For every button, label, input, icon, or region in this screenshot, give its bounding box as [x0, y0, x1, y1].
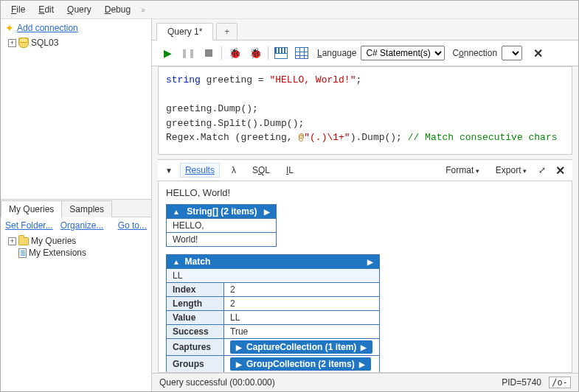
- tab-my-queries[interactable]: My Queries: [1, 200, 62, 217]
- menu-edit[interactable]: Edit: [32, 3, 60, 16]
- menu-debug[interactable]: Debug: [99, 3, 136, 16]
- add-connection-icon: ✦: [5, 22, 14, 34]
- set-folder-link[interactable]: Set Folder...: [5, 220, 53, 231]
- dump-header[interactable]: ▲ Match ▶: [167, 255, 380, 269]
- menubar: File Edit Query Debug »: [1, 1, 578, 19]
- nav-icon[interactable]: ▶: [367, 258, 373, 266]
- results-tab-sql[interactable]: SQL: [248, 164, 274, 177]
- dump-match: ▲ Match ▶ LL Index2 Length2 ValueLL Succ…: [166, 254, 380, 373]
- table-row: Groups ▶ GroupCollection (2 items) ▶: [167, 356, 380, 373]
- close-icon: ✕: [533, 46, 543, 60]
- connection-tree-row[interactable]: + SQL03: [5, 37, 147, 49]
- debug-button[interactable]: 🐞: [226, 45, 243, 61]
- table-row: HELLO,: [167, 219, 277, 233]
- nav-icon[interactable]: ▶: [359, 360, 365, 368]
- tree-label: My Queries: [31, 236, 76, 246]
- tree-my-extensions[interactable]: My Extensions: [5, 247, 147, 259]
- collapse-results-icon[interactable]: ▼: [165, 167, 173, 175]
- close-results-button[interactable]: ✕: [555, 164, 565, 178]
- collapse-icon[interactable]: ▲: [173, 258, 180, 266]
- menu-file[interactable]: File: [5, 3, 31, 16]
- connection-select[interactable]: [502, 46, 522, 60]
- collapse-icon[interactable]: ▲: [173, 208, 180, 216]
- fullscreen-icon[interactable]: ⤢: [538, 165, 545, 175]
- group-collection-chip[interactable]: ▶ GroupCollection (2 items) ▶: [230, 357, 371, 371]
- database-icon: [18, 38, 29, 48]
- table-row: Captures ▶ CaptureCollection (1 item) ▶: [167, 339, 380, 356]
- connections-panel: ✦ Add connection + SQL03: [1, 19, 151, 200]
- expand-icon[interactable]: +: [8, 39, 16, 47]
- goto-link[interactable]: Go to...: [118, 220, 147, 231]
- dump-string-array: ▲ String[] (2 items) ▶ HELLO, World!: [166, 204, 277, 247]
- table-row: Index2: [167, 283, 380, 297]
- capture-collection-chip[interactable]: ▶ CaptureCollection (1 item) ▶: [230, 340, 372, 354]
- results-tabstrip: ▼ Results λ SQL IL Format Export ⤢ ✕: [158, 159, 572, 181]
- tree-my-queries[interactable]: + My Queries: [5, 235, 147, 247]
- query-tab-1[interactable]: Query 1*: [156, 23, 213, 41]
- dump-header[interactable]: ▲ String[] (2 items) ▶: [167, 205, 277, 219]
- new-query-tab[interactable]: +: [216, 23, 238, 41]
- expand-icon[interactable]: +: [8, 237, 16, 245]
- stop-button: [201, 45, 217, 61]
- tree-label: My Extensions: [29, 248, 86, 258]
- split-view-icon: [274, 47, 288, 59]
- pause-button: ❚❚: [180, 45, 196, 61]
- bug-step-icon: 🐞: [249, 47, 262, 59]
- left-sidebar: ✦ Add connection + SQL03 My Queries Samp…: [1, 19, 152, 391]
- right-pane: Query 1* + ▶ ❚❚ 🐞 🐞 Language C# Statemen…: [152, 19, 578, 391]
- organize-link[interactable]: Organize...: [60, 220, 104, 231]
- language-select[interactable]: C# Statement(s): [361, 46, 445, 60]
- dump-text: HELLO, World!: [166, 187, 564, 198]
- myqueries-tabstrip: My Queries Samples: [1, 200, 151, 217]
- status-pid: PID=5740: [502, 377, 541, 388]
- run-button[interactable]: ▶: [159, 45, 176, 61]
- myqueries-body: Set Folder... Organize... Go to... + My …: [1, 217, 151, 391]
- status-message: Query successful (00:00.000): [159, 377, 275, 388]
- view-split-button[interactable]: [273, 45, 289, 61]
- bug-icon: 🐞: [229, 47, 241, 59]
- table-row: ValueLL: [167, 311, 380, 325]
- connection-label: Connection: [452, 48, 497, 58]
- menu-overflow-icon[interactable]: »: [141, 6, 145, 14]
- connection-name: SQL03: [31, 38, 58, 48]
- results-panel: HELLO, World! ▲ String[] (2 items) ▶ HEL…: [158, 181, 572, 373]
- results-tab-results[interactable]: Results: [180, 163, 220, 178]
- status-optimize[interactable]: /o-: [549, 377, 571, 388]
- format-dropdown[interactable]: Format: [441, 164, 484, 177]
- add-connection-link[interactable]: Add connection: [17, 23, 78, 33]
- language-label: Language: [317, 48, 356, 58]
- grid-view-icon: [295, 47, 308, 59]
- expand-icon[interactable]: ▶: [236, 343, 242, 351]
- close-query-button[interactable]: ✕: [530, 45, 546, 61]
- table-row: Length2: [167, 297, 380, 311]
- tab-samples[interactable]: Samples: [61, 200, 112, 217]
- play-icon: ▶: [164, 47, 172, 59]
- table-row: World!: [167, 233, 277, 247]
- nav-icon[interactable]: ▶: [361, 343, 367, 351]
- debug-step-button[interactable]: 🐞: [247, 45, 263, 61]
- pause-icon: ❚❚: [181, 48, 195, 58]
- nav-icon[interactable]: ▶: [264, 208, 270, 216]
- document-icon: [18, 248, 27, 258]
- menu-query[interactable]: Query: [61, 3, 97, 16]
- results-tab-il[interactable]: IL: [282, 164, 298, 177]
- view-grid-button[interactable]: [294, 45, 310, 61]
- query-tabstrip: Query 1* +: [152, 19, 578, 40]
- code-editor[interactable]: string greeting = "HELLO, World!"; greet…: [158, 66, 572, 155]
- expand-icon[interactable]: ▶: [236, 360, 242, 368]
- results-tab-lambda[interactable]: λ: [227, 164, 240, 177]
- status-bar: Query successful (00:00.000) PID=5740 /o…: [152, 373, 578, 391]
- export-dropdown[interactable]: Export: [491, 164, 531, 177]
- folder-icon: [18, 237, 29, 245]
- query-toolbar: ▶ ❚❚ 🐞 🐞 Language C# Statement(s) Connec…: [152, 40, 578, 66]
- table-row: SuccessTrue: [167, 325, 380, 339]
- stop-icon: [205, 49, 212, 57]
- table-row: LL: [167, 269, 380, 283]
